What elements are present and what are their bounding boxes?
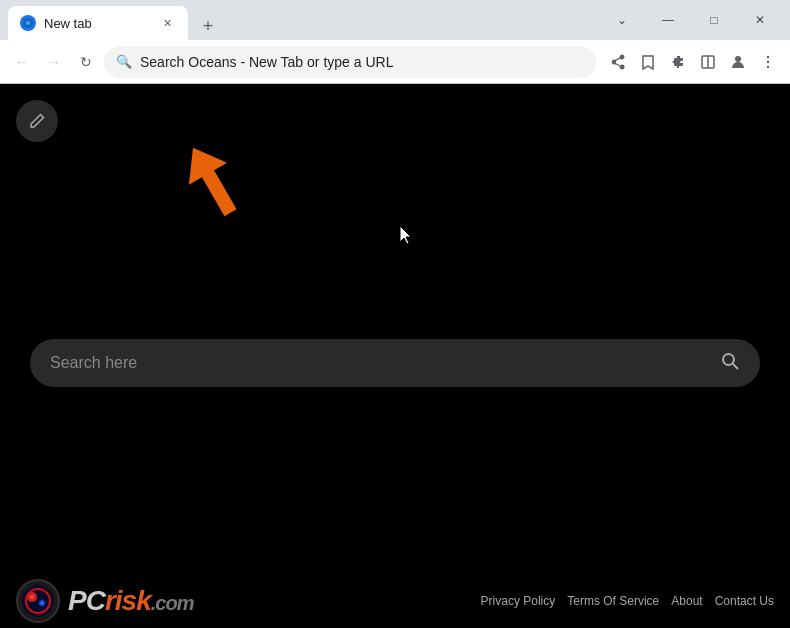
active-tab[interactable]: New tab ✕ xyxy=(8,6,188,40)
footer-links: Privacy Policy Terms Of Service About Co… xyxy=(481,594,774,608)
logo-risk: risk xyxy=(105,585,151,616)
mouse-cursor xyxy=(400,226,416,246)
reload-button[interactable]: ↻ xyxy=(72,48,100,76)
toolbar-icons xyxy=(604,48,782,76)
address-bar-row: ← → ↻ 🔍 Search Oceans - New Tab or type … xyxy=(0,40,790,84)
minimize-button[interactable]: — xyxy=(646,4,690,36)
search-submit-icon[interactable] xyxy=(720,351,740,376)
svg-point-1 xyxy=(26,21,30,25)
split-screen-icon[interactable] xyxy=(694,48,722,76)
svg-point-6 xyxy=(767,60,769,62)
forward-button[interactable]: → xyxy=(40,48,68,76)
search-address-icon: 🔍 xyxy=(116,54,132,69)
logo-area: PCrisk.com xyxy=(16,579,193,623)
profile-icon[interactable] xyxy=(724,48,752,76)
svg-point-15 xyxy=(30,595,34,599)
terms-of-service-link[interactable]: Terms Of Service xyxy=(567,594,659,608)
tab-bar: New tab ✕ + xyxy=(8,0,592,40)
extensions-icon[interactable] xyxy=(664,48,692,76)
logo-text: PCrisk.com xyxy=(68,587,193,615)
chevron-down-button[interactable]: ⌄ xyxy=(600,4,644,36)
bookmark-icon[interactable] xyxy=(634,48,662,76)
tab-favicon xyxy=(20,15,36,31)
close-button[interactable]: ✕ xyxy=(738,4,782,36)
svg-line-11 xyxy=(733,364,738,369)
browser-frame: New tab ✕ + ⌄ — □ ✕ ← → ↻ 🔍 Search Ocean… xyxy=(0,0,790,628)
svg-point-17 xyxy=(41,601,43,603)
tab-title: New tab xyxy=(44,16,150,31)
logo-dotcom: .com xyxy=(151,592,194,614)
address-text: Search Oceans - New Tab or type a URL xyxy=(140,54,584,70)
page-content: Search here xyxy=(0,84,790,628)
edit-shortcuts-button[interactable] xyxy=(16,100,58,142)
share-icon[interactable] xyxy=(604,48,632,76)
search-placeholder-text: Search here xyxy=(50,354,708,372)
svg-point-5 xyxy=(767,55,769,57)
orange-arrow-annotation xyxy=(188,132,278,236)
search-container: Search here xyxy=(30,339,760,387)
back-button[interactable]: ← xyxy=(8,48,36,76)
about-link[interactable]: About xyxy=(671,594,702,608)
svg-point-4 xyxy=(735,56,741,62)
search-box[interactable]: Search here xyxy=(30,339,760,387)
bottom-area: PCrisk.com Privacy Policy Terms Of Servi… xyxy=(0,573,790,628)
window-controls: ⌄ — □ ✕ xyxy=(600,4,782,36)
svg-point-7 xyxy=(767,65,769,67)
address-bar[interactable]: 🔍 Search Oceans - New Tab or type a URL xyxy=(104,46,596,78)
svg-point-10 xyxy=(723,354,734,365)
title-bar: New tab ✕ + ⌄ — □ ✕ xyxy=(0,0,790,40)
logo-favicon xyxy=(16,579,60,623)
new-tab-button[interactable]: + xyxy=(194,12,222,40)
privacy-policy-link[interactable]: Privacy Policy xyxy=(481,594,556,608)
logo-pc: PC xyxy=(68,585,105,616)
contact-us-link[interactable]: Contact Us xyxy=(715,594,774,608)
menu-icon[interactable] xyxy=(754,48,782,76)
tab-close-button[interactable]: ✕ xyxy=(158,14,176,32)
maximize-button[interactable]: □ xyxy=(692,4,736,36)
